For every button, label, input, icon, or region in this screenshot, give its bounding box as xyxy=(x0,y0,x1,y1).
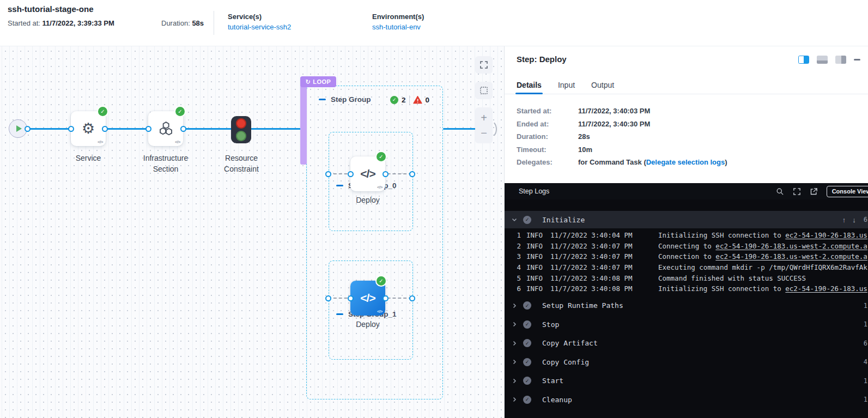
log-section-start[interactable]: ✓ Start 1 xyxy=(505,372,868,391)
status-check-icon: ✓ xyxy=(523,320,531,329)
section-duration: 6 xyxy=(864,216,867,223)
code-icon: </> xyxy=(360,292,375,305)
port[interactable] xyxy=(383,295,389,301)
split-view-icon[interactable] xyxy=(798,56,809,64)
step-group-header[interactable]: Step Group xyxy=(319,95,371,104)
code-icon: </> xyxy=(377,185,383,190)
gear-icon: ⚙ xyxy=(82,122,95,136)
execution-header: ssh-tutorial-stage-one Started at: 11/7/… xyxy=(0,0,868,46)
chevron-down-icon[interactable] xyxy=(511,216,518,223)
port[interactable] xyxy=(325,171,331,177)
started-at: Started at: 11/7/2022, 3:39:33 PM xyxy=(8,19,114,27)
node-label-deploy-0: Deploy xyxy=(335,195,400,205)
step-logs-console: Step Logs Console View ✓ Initialize ↑ ↓ xyxy=(505,183,868,418)
code-icon: </> xyxy=(98,140,103,144)
detail-row-started: Started at: 11/7/2022, 3:40:03 PM xyxy=(517,105,727,118)
success-check-icon: ✓ xyxy=(97,106,108,117)
host-link[interactable]: ec2-54-190-26-183.us xyxy=(785,231,867,239)
port[interactable] xyxy=(409,171,415,177)
pipeline-canvas[interactable]: ⚙ </> ✓ Service </> ✓ Infrastructure Sec… xyxy=(0,46,504,418)
scroll-down-icon[interactable]: ↓ xyxy=(852,216,856,224)
port[interactable] xyxy=(68,126,74,132)
code-icon: </> xyxy=(377,309,383,314)
section-duration: 1 xyxy=(864,396,867,403)
status-check-icon: ✓ xyxy=(523,377,531,385)
search-icon[interactable] xyxy=(776,187,784,196)
section-duration: 1 xyxy=(864,377,867,385)
port[interactable] xyxy=(145,126,151,132)
traffic-light-green-icon xyxy=(236,131,246,141)
zoom-out-button[interactable]: − xyxy=(481,128,487,138)
collapse-icon[interactable] xyxy=(336,185,343,186)
service-link[interactable]: tutorial-service-ssh2 xyxy=(228,23,291,31)
port[interactable] xyxy=(348,171,354,177)
edge-service-infra xyxy=(105,128,148,130)
chevron-right-icon[interactable] xyxy=(511,302,518,309)
collapse-icon[interactable] xyxy=(319,99,326,100)
status-check-icon: ✓ xyxy=(523,301,531,310)
port[interactable] xyxy=(325,295,331,301)
environment-link[interactable]: ssh-tutorial-env xyxy=(372,23,421,31)
chevron-right-icon[interactable] xyxy=(511,396,518,403)
chevron-right-icon[interactable] xyxy=(511,321,518,328)
marquee-select-button[interactable] xyxy=(475,82,493,99)
host-link[interactable]: ec2-54-190-26-183.us-west-2.compute.a xyxy=(715,252,867,261)
step-group-status: ✓ 2 0 xyxy=(390,95,429,104)
bottom-view-icon[interactable] xyxy=(817,56,828,64)
delegate-selection-logs-link[interactable]: Delegate selection logs xyxy=(646,158,725,166)
log-section-copy-config[interactable]: ✓ Copy Config 4 xyxy=(505,353,868,372)
port[interactable] xyxy=(348,295,354,301)
log-nav: ↑ ↓ 6 xyxy=(842,216,865,224)
log-line: 6INFO11/7/2022 3:40:08 PMInitializing SS… xyxy=(505,283,868,294)
fullscreen-icon xyxy=(479,60,488,69)
log-section-initialize[interactable]: ✓ Initialize ↑ ↓ 6 xyxy=(505,211,868,228)
tab-details[interactable]: Details xyxy=(517,76,542,94)
detail-row-duration: Duration: 28s xyxy=(517,130,727,143)
node-label-service: Service xyxy=(56,153,121,163)
log-section-stop[interactable]: ✓ Stop 1 xyxy=(505,315,868,334)
chevron-right-icon[interactable] xyxy=(511,359,518,365)
port[interactable] xyxy=(383,171,389,177)
fullscreen-button[interactable] xyxy=(475,56,493,74)
console-view-toggle[interactable]: Console View xyxy=(827,186,868,197)
zoom-controls: + − xyxy=(475,107,493,143)
success-check-icon: ✓ xyxy=(174,106,186,117)
section-duration: 6 xyxy=(864,340,867,347)
tab-input[interactable]: Input xyxy=(558,76,575,94)
log-section-copy-artifact[interactable]: ✓ Copy Artifact 6 xyxy=(505,334,868,353)
right-view-icon[interactable] xyxy=(835,56,846,64)
detail-row-ended: Ended at: 11/7/2022, 3:40:30 PM xyxy=(517,118,727,131)
chevron-right-icon[interactable] xyxy=(511,378,518,384)
port[interactable] xyxy=(409,295,415,301)
port[interactable] xyxy=(25,126,31,132)
external-link-icon[interactable] xyxy=(810,187,818,196)
chevron-right-icon[interactable] xyxy=(511,340,518,347)
failure-count: 0 xyxy=(426,96,430,104)
details-list: Started at: 11/7/2022, 3:40:03 PM Ended … xyxy=(517,105,727,169)
log-line: 4INFO11/7/2022 3:40:07 PMExecuting comma… xyxy=(505,262,868,273)
scroll-up-icon[interactable]: ↑ xyxy=(842,216,846,224)
port[interactable] xyxy=(102,126,108,132)
success-count: 2 xyxy=(402,96,406,104)
node-resource-constraint[interactable] xyxy=(231,116,251,143)
log-section-setup-runtime-paths[interactable]: ✓ Setup Runtime Paths 1 xyxy=(505,296,868,316)
collapse-icon[interactable] xyxy=(336,313,343,315)
hexagons-icon xyxy=(157,120,174,137)
host-link[interactable]: ec2-54-190-26-183.us-west-2.compute.a xyxy=(715,242,867,250)
expand-logs-icon[interactable] xyxy=(793,187,801,196)
code-icon: </> xyxy=(360,167,375,180)
port[interactable] xyxy=(180,126,186,132)
log-line: 2INFO11/7/2022 3:40:07 PMConnecting to e… xyxy=(505,241,868,252)
node-label-infrastructure: Infrastructure Section xyxy=(133,153,198,174)
console-spacer xyxy=(505,199,868,211)
minimize-icon[interactable] xyxy=(854,59,860,60)
services-label: Service(s) xyxy=(228,13,262,21)
panel-title: Step: Deploy xyxy=(517,54,567,64)
detail-tabs: Details Input Output xyxy=(505,76,868,94)
detail-row-delegates: Delegates: for Command Task (Delegate se… xyxy=(517,156,727,169)
log-lines: 1INFO11/7/2022 3:40:04 PMInitializing SS… xyxy=(505,228,868,296)
tab-output[interactable]: Output xyxy=(591,76,614,94)
host-link[interactable]: ec2-54-190-26-183.us xyxy=(785,284,867,293)
zoom-in-button[interactable]: + xyxy=(481,112,487,123)
log-section-cleanup[interactable]: ✓ Cleanup 1 xyxy=(505,390,868,409)
